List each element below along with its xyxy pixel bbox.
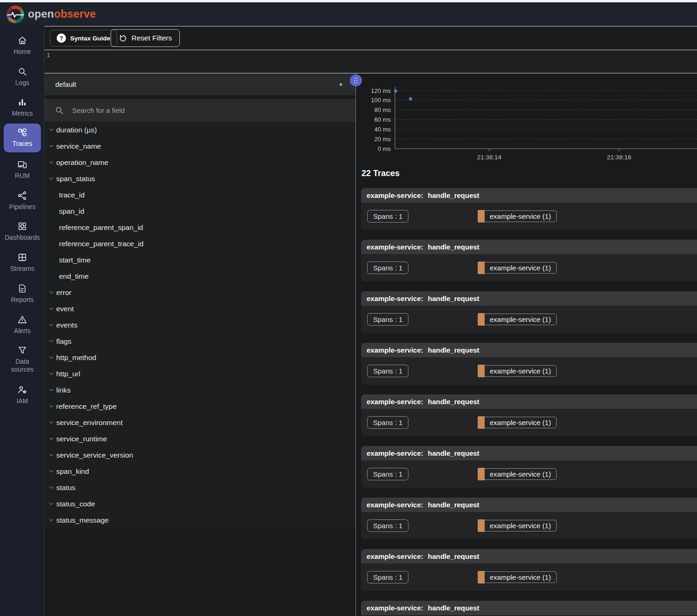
field-name: reference_ref_type bbox=[56, 402, 117, 411]
sidebar-item-data-sources[interactable]: Data sources bbox=[2, 345, 43, 374]
field-item[interactable]: service_name bbox=[45, 138, 355, 154]
field-item[interactable]: status bbox=[45, 479, 355, 496]
svg-text:40 ms: 40 ms bbox=[375, 126, 391, 133]
service-badge-label: example-service (1) bbox=[485, 571, 557, 583]
trace-card-header: example-service:handle_request bbox=[361, 549, 697, 564]
sidebar: HomeLogsMetricsTracesRUMPipelinesDashboa… bbox=[0, 26, 45, 616]
sidebar-item-alerts[interactable]: Alerts bbox=[2, 315, 43, 335]
trace-card[interactable]: example-service:handle_requestSpans : 1e… bbox=[361, 343, 697, 385]
field-item[interactable]: trace_id bbox=[45, 187, 355, 203]
field-item[interactable]: span_kind bbox=[45, 463, 355, 479]
document-icon bbox=[17, 283, 27, 294]
sidebar-item-logs[interactable]: Logs bbox=[2, 66, 43, 87]
field-item[interactable]: span_status bbox=[45, 170, 355, 187]
trace-graph-icon bbox=[17, 127, 27, 138]
traces-count: 22 Traces bbox=[362, 169, 400, 178]
duration-scatter-chart[interactable]: 0 ms20 ms40 ms60 ms80 ms100 ms120 ms21:3… bbox=[356, 73, 697, 166]
field-item[interactable]: links bbox=[45, 382, 355, 398]
scatter-plot[interactable]: 0 ms20 ms40 ms60 ms80 ms100 ms120 ms21:3… bbox=[356, 73, 697, 166]
brand-observe: observe bbox=[54, 8, 96, 20]
field-item[interactable]: end_time bbox=[45, 268, 355, 284]
openobserve-logo[interactable]: openobserve bbox=[7, 6, 96, 23]
trace-operation-name: handle_request bbox=[428, 243, 480, 251]
trace-card-body: Spans : 1example-service (1) bbox=[361, 254, 697, 282]
field-name: service_name bbox=[56, 142, 101, 151]
field-item[interactable]: service_service_version bbox=[45, 447, 355, 463]
service-badge-label: example-service (1) bbox=[485, 365, 557, 377]
field-item[interactable]: reference_parent_trace_id bbox=[45, 236, 355, 252]
field-name: service_environment bbox=[56, 419, 123, 427]
splitter-handle[interactable] bbox=[350, 74, 362, 86]
syntax-guide-button[interactable]: ? Syntax Guide bbox=[50, 30, 117, 46]
field-name: duration (µs) bbox=[56, 126, 97, 134]
trace-operation-name: handle_request bbox=[428, 191, 480, 199]
field-item[interactable]: service_runtime bbox=[45, 431, 355, 447]
field-item[interactable]: span_id bbox=[45, 203, 355, 219]
service-badge-label: example-service (1) bbox=[485, 314, 557, 325]
share-network-icon bbox=[17, 190, 27, 201]
sidebar-item-pipelines[interactable]: Pipelines bbox=[2, 190, 43, 211]
service-color-block-icon bbox=[478, 571, 485, 583]
service-badge-label: example-service (1) bbox=[485, 210, 557, 222]
trace-card[interactable]: example-service:handle_requestSpans : 1e… bbox=[361, 188, 697, 230]
sidebar-item-iam[interactable]: IAM bbox=[2, 385, 43, 405]
trace-card[interactable]: example-service:handle_requestSpans : 1e… bbox=[361, 498, 697, 539]
trace-service-name: example-service: bbox=[367, 295, 423, 302]
field-name: operation_name bbox=[56, 158, 108, 167]
field-item[interactable]: event bbox=[45, 301, 355, 317]
field-item[interactable]: flags bbox=[45, 333, 355, 349]
query-editor[interactable]: 1 bbox=[45, 50, 697, 73]
trace-card[interactable]: example-service:handle_requestSpans : 1e… bbox=[361, 601, 697, 616]
trace-card-body: Spans : 1example-service (1) bbox=[361, 357, 697, 385]
field-item[interactable]: status_message bbox=[45, 512, 355, 528]
field-item[interactable]: service_environment bbox=[45, 414, 355, 431]
chevron-down-icon bbox=[48, 126, 55, 133]
chevron-down-icon bbox=[48, 484, 55, 491]
sidebar-item-label: IAM bbox=[17, 397, 28, 405]
trace-card[interactable]: example-service:handle_requestSpans : 1e… bbox=[361, 446, 697, 488]
sidebar-item-label: Traces bbox=[13, 140, 32, 148]
service-badge: example-service (1) bbox=[478, 416, 557, 429]
svg-text:100 ms: 100 ms bbox=[371, 97, 391, 104]
field-name: end_time bbox=[59, 272, 89, 281]
field-name: span_status bbox=[56, 175, 95, 183]
sidebar-item-rum[interactable]: RUM bbox=[2, 159, 43, 180]
sidebar-item-reports[interactable]: Reports bbox=[2, 283, 43, 304]
sidebar-item-streams[interactable]: Streams bbox=[2, 252, 43, 273]
field-name: http_method bbox=[56, 354, 96, 362]
trace-card[interactable]: example-service:handle_requestSpans : 1e… bbox=[361, 240, 697, 282]
field-item[interactable]: reference_ref_type bbox=[45, 398, 355, 414]
field-item[interactable]: http_url bbox=[45, 366, 355, 382]
chevron-down-icon bbox=[48, 338, 55, 345]
field-item[interactable]: reference_parent_span_id bbox=[45, 219, 355, 236]
chevron-down-icon bbox=[48, 435, 55, 442]
field-item[interactable]: duration (µs) bbox=[45, 122, 355, 138]
field-item[interactable]: status_code bbox=[45, 496, 355, 512]
stream-select[interactable]: default ▼ bbox=[45, 73, 355, 95]
service-badge-label: example-service (1) bbox=[485, 417, 557, 428]
sidebar-item-traces[interactable]: Traces bbox=[4, 124, 41, 152]
field-item[interactable]: events bbox=[45, 317, 355, 333]
reset-filters-button[interactable]: Reset Filters bbox=[111, 29, 180, 47]
trace-operation-name: handle_request bbox=[428, 346, 480, 354]
sidebar-item-label: Alerts bbox=[14, 327, 31, 335]
field-item[interactable]: operation_name bbox=[45, 154, 355, 170]
field-item[interactable]: error bbox=[45, 284, 355, 301]
field-search-input[interactable] bbox=[71, 106, 315, 115]
sidebar-item-home[interactable]: Home bbox=[2, 35, 43, 56]
service-color-block-icon bbox=[478, 313, 485, 326]
sidebar-item-dashboards[interactable]: Dashboards bbox=[2, 221, 43, 242]
trace-card[interactable]: example-service:handle_requestSpans : 1e… bbox=[361, 549, 697, 591]
sidebar-item-metrics[interactable]: Metrics bbox=[2, 97, 43, 118]
logo-ring-icon bbox=[7, 6, 24, 23]
svg-text:60 ms: 60 ms bbox=[375, 116, 391, 123]
field-name: span_kind bbox=[56, 467, 89, 476]
trace-operation-name: handle_request bbox=[428, 398, 480, 406]
field-item[interactable]: start_time bbox=[45, 252, 355, 268]
field-name: status bbox=[56, 484, 75, 492]
field-item[interactable]: http_method bbox=[45, 349, 355, 366]
trace-service-name: example-service: bbox=[367, 398, 423, 406]
trace-card-header: example-service:handle_request bbox=[361, 601, 697, 615]
trace-card[interactable]: example-service:handle_requestSpans : 1e… bbox=[361, 394, 697, 436]
trace-card[interactable]: example-service:handle_requestSpans : 1e… bbox=[361, 291, 697, 333]
